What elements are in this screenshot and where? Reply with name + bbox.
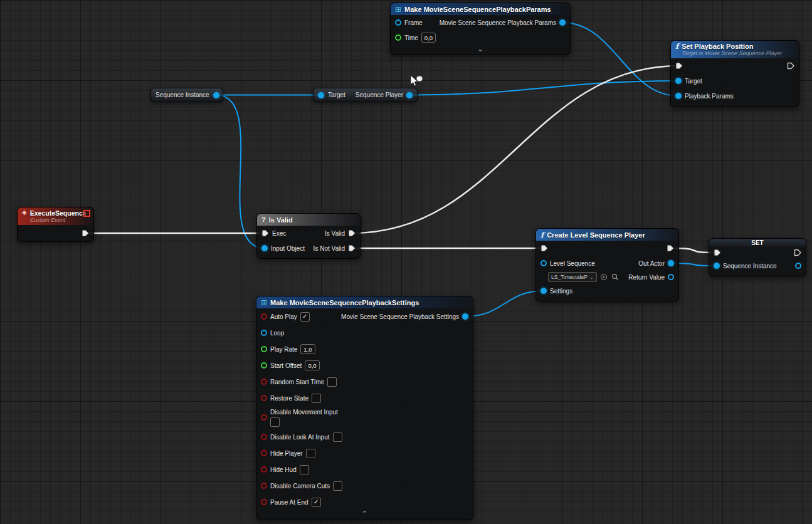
node-header[interactable]: f Create Level Sequence Player: [536, 229, 678, 241]
pin-make-settings-disable-camera-cuts-in[interactable]: [261, 483, 267, 489]
pin-make-settings-restore-state-in[interactable]: [261, 395, 267, 401]
use-selected-asset-button[interactable]: [600, 273, 608, 281]
make-struct-icon: ⊞: [261, 299, 267, 307]
pin-row: Pause At End ✓: [256, 494, 473, 510]
pause-at-end-pin-label: Pause At End: [270, 499, 308, 506]
blueprint-graph-canvas[interactable]: ⊞ Make MovieSceneSequencePlaybackParams …: [0, 0, 812, 524]
pin-set-sequence-instance-in[interactable]: [714, 263, 720, 269]
browse-asset-button[interactable]: [611, 273, 620, 281]
node-make-movie-scene-sequence-playback-params[interactable]: ⊞ Make MovieSceneSequencePlaybackParams …: [390, 3, 571, 55]
node-set-playback-position[interactable]: f Set Playback Position Target is Movie …: [670, 40, 799, 107]
node-set-sequence-instance[interactable]: SET Sequence Instance: [709, 238, 806, 276]
node-get-sequence-player[interactable]: Target Sequence Player: [313, 88, 418, 102]
pin-row: Random Start Time: [256, 374, 473, 390]
pin-get-sequence-player-out[interactable]: [406, 92, 413, 98]
node-header[interactable]: ? Is Valid: [257, 214, 360, 226]
pin-row: Start Offset 0,0: [256, 357, 473, 374]
node-header[interactable]: ◈ ExecuteSequence Custom Event: [18, 207, 93, 225]
pin-create-player-out-actor[interactable]: [668, 260, 674, 266]
pin-create-player-exec-in[interactable]: [540, 244, 548, 252]
node-make-movie-scene-sequence-playback-settings[interactable]: ⊞ Make MovieSceneSequencePlaybackSetting…: [256, 296, 473, 520]
pin-row: Restore State: [256, 390, 473, 406]
wire[interactable]: [562, 23, 678, 96]
random-start-time-checkbox[interactable]: [327, 377, 337, 387]
disable-camera-cuts-checkbox[interactable]: [333, 481, 342, 491]
node-header[interactable]: f Set Playback Position Target is Movie …: [671, 41, 799, 58]
pin-row: [671, 58, 799, 73]
node-title: Create Level Sequence Player: [547, 231, 645, 239]
time-pin-label: Time: [404, 34, 418, 41]
hide-player-checkbox[interactable]: [306, 449, 315, 458]
pin-make-settings-start-offset-in[interactable]: [261, 362, 267, 369]
asset-name-text: LS_TimecodePr: [551, 274, 588, 280]
pin-set-playback-position-params-in[interactable]: [675, 93, 682, 99]
node-is-valid[interactable]: ? Is Valid Exec Is Valid Input Object Is…: [256, 213, 361, 259]
pin-create-player-level-sequence-in[interactable]: [540, 260, 547, 266]
level-sequence-pin-label: Level Sequence: [550, 260, 595, 267]
pin-row: Frame Movie Scene Sequence Playback Para…: [391, 15, 570, 30]
delegate-pin[interactable]: [83, 210, 90, 217]
pin-is-valid-valid-out[interactable]: [348, 229, 356, 237]
make-struct-icon: ⊞: [395, 6, 401, 13]
input-object-pin-label: Input Object: [271, 245, 305, 252]
auto-play-checkbox[interactable]: ✓: [300, 312, 310, 322]
pin-set-playback-position-exec-in[interactable]: [675, 62, 683, 70]
pin-make-params-frame-in[interactable]: [395, 19, 401, 26]
pin-make-settings-hide-hud-in[interactable]: [261, 466, 267, 473]
pin-get-sequence-player-target-in[interactable]: [318, 92, 324, 98]
hide-hud-checkbox[interactable]: [300, 465, 309, 474]
pin-create-player-settings-in[interactable]: [540, 288, 547, 294]
restore-state-checkbox[interactable]: [312, 394, 321, 403]
pin-make-params-out[interactable]: [559, 19, 566, 26]
node-title: Make MovieSceneSequencePlaybackSettings: [270, 299, 419, 307]
pin-make-settings-out[interactable]: [462, 313, 468, 320]
collapse-chevron-icon[interactable]: ⌃: [256, 510, 473, 520]
expand-chevron-icon[interactable]: ⌄: [391, 45, 570, 55]
params-out-label: Movie Scene Sequence Playback Params: [440, 19, 556, 26]
pin-row: Settings: [536, 283, 678, 298]
node-header[interactable]: ⊞ Make MovieSceneSequencePlaybackParams: [391, 3, 570, 15]
pin-set-playback-position-target-in[interactable]: [675, 78, 682, 84]
pin-make-settings-disable-movement-input-in[interactable]: [261, 414, 267, 421]
pin-make-params-time-in[interactable]: [395, 34, 401, 41]
disable-movement-input-checkbox[interactable]: [270, 417, 280, 427]
time-value-field[interactable]: 0,0: [421, 33, 436, 43]
pin-row: Disable Movement Input: [256, 406, 473, 429]
pin-make-settings-random-start-time-in[interactable]: [261, 379, 267, 385]
level-sequence-asset-dropdown[interactable]: LS_TimecodePr ⌄: [548, 272, 597, 282]
pin-is-valid-input-object-in[interactable]: [261, 245, 268, 251]
node-execute-sequence-event[interactable]: ◈ ExecuteSequence Custom Event: [17, 207, 94, 242]
pin-set-exec-in[interactable]: [714, 249, 721, 256]
restore-state-pin-label: Restore State: [270, 395, 308, 402]
node-create-level-sequence-player[interactable]: f Create Level Sequence Player Level Seq…: [535, 228, 679, 301]
pin-is-valid-notvalid-out[interactable]: [348, 244, 356, 252]
disable-camera-cuts-pin-label: Disable Camera Cuts: [270, 483, 330, 490]
pause-at-end-checkbox[interactable]: ✓: [312, 498, 321, 507]
pin-create-player-return-value[interactable]: [668, 274, 674, 280]
pin-create-player-exec-out[interactable]: [667, 244, 674, 252]
play-rate-value-field[interactable]: 1,0: [300, 344, 315, 354]
pin-set-out[interactable]: [795, 263, 801, 269]
wire[interactable]: [465, 291, 544, 317]
pin-execute-sequence-exec-out[interactable]: [82, 229, 89, 237]
pin-make-settings-play-rate-in[interactable]: [261, 346, 267, 352]
play-rate-pin-label: Play Rate: [270, 346, 297, 353]
pin-make-settings-hide-player-in[interactable]: [261, 450, 267, 456]
node-get-sequence-instance[interactable]: Sequence Instance: [150, 88, 223, 102]
node-header[interactable]: SET: [709, 239, 806, 247]
pin-set-exec-out[interactable]: [794, 249, 801, 256]
pin-set-playback-position-exec-out[interactable]: [787, 62, 794, 70]
node-header[interactable]: ⊞ Make MovieSceneSequencePlaybackSetting…: [256, 296, 473, 308]
sequence-player-out-label: Sequence Player: [356, 92, 403, 98]
target-pin-label: Target: [328, 92, 345, 98]
pin-make-settings-loop-in[interactable]: [261, 330, 267, 336]
wire[interactable]: [409, 81, 678, 95]
disable-look-at-input-checkbox[interactable]: [333, 432, 342, 442]
pin-make-settings-disable-look-at-input-in[interactable]: [261, 434, 267, 440]
pin-is-valid-exec-in[interactable]: [261, 229, 269, 237]
pin-make-settings-pause-at-end-in[interactable]: [261, 499, 267, 505]
pin-make-settings-auto-play-in[interactable]: [261, 313, 267, 320]
pin-sequence-instance-out[interactable]: [213, 92, 219, 98]
start-offset-value-field[interactable]: 0,0: [305, 360, 319, 370]
random-start-time-pin-label: Random Start Time: [270, 379, 324, 385]
